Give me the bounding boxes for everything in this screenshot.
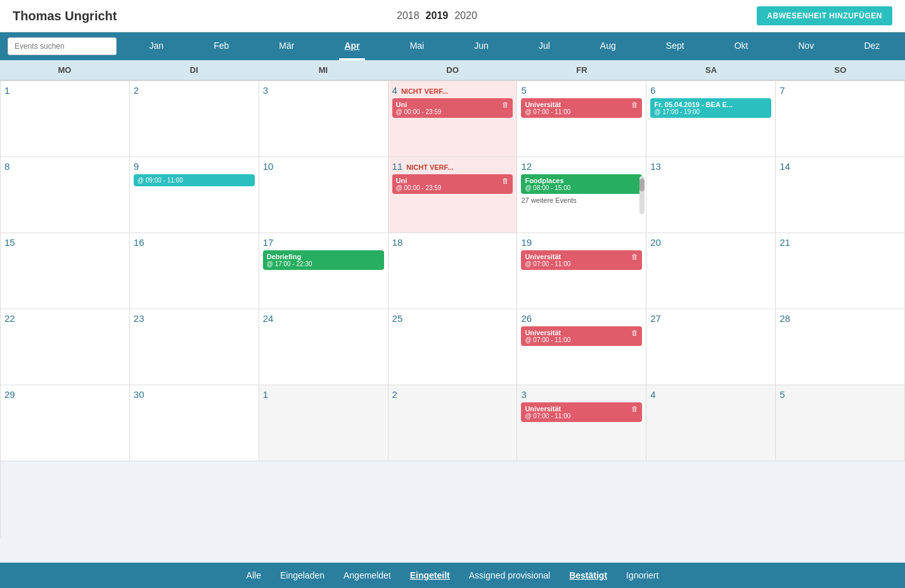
cell-apr-8: 8 <box>1 157 130 233</box>
month-nov[interactable]: Nov <box>793 33 819 60</box>
event-apr5-uni[interactable]: Universität 🗑 @ 07:00 - 11:00 <box>521 98 642 118</box>
cell-apr-21: 21 <box>776 233 905 309</box>
day-headers: MO DI MI DO FR SA SO <box>0 60 905 80</box>
month-dez[interactable]: Dez <box>859 33 885 60</box>
cell-apr-28: 28 <box>776 309 905 385</box>
cell-may-3: 3 Universität 🗑 @ 07:00 - 11:00 <box>517 385 646 461</box>
day-header-mi: MI <box>259 60 388 80</box>
cell-apr-20: 20 <box>646 233 776 309</box>
month-jun[interactable]: Jun <box>469 33 494 60</box>
cell-apr-13: 13 <box>646 157 776 233</box>
scroll-indicator[interactable] <box>639 176 645 214</box>
day-header-fr: FR <box>517 60 646 80</box>
cell-apr-26: 26 Universität 🗑 @ 07:00 - 11:00 <box>517 309 646 385</box>
month-mai[interactable]: Mai <box>405 33 430 60</box>
month-okt[interactable]: Okt <box>729 33 754 60</box>
cell-may-1: 1 <box>259 385 388 461</box>
cell-apr-30: 30 <box>130 385 259 461</box>
cell-apr-23: 23 <box>130 309 259 385</box>
cell-apr-11: 11 NICHT VERF... Uni 🗑 @ 00:00 - 23:59 <box>388 157 518 233</box>
add-absence-button[interactable]: ABWESENHEIT HINZUFÜGEN <box>757 6 892 25</box>
event-apr12-foodplaces[interactable]: Foodplaces @ 08:00 - 15:00 <box>521 174 642 194</box>
event-apr19-uni[interactable]: Universität 🗑 @ 07:00 - 11:00 <box>521 250 642 270</box>
delete-icon[interactable]: 🗑 <box>631 329 638 336</box>
event-apr9[interactable]: @ 09:00 - 11:00 <box>134 174 255 186</box>
cell-apr-29: 29 <box>1 385 130 461</box>
search-box <box>0 32 124 60</box>
more-events[interactable]: 27 weitere Events <box>521 196 642 204</box>
day-header-di: DI <box>129 60 259 80</box>
cell-apr-7: 7 <box>776 81 905 157</box>
event-apr11-uni[interactable]: Uni 🗑 @ 00:00 - 23:59 <box>392 174 513 194</box>
month-sep[interactable]: Sept <box>661 33 690 60</box>
day-header-sa: SA <box>646 60 776 80</box>
page-title: Thomas Ungricht <box>13 9 117 23</box>
delete-icon[interactable]: 🗑 <box>631 101 638 108</box>
month-apr[interactable]: Apr <box>339 33 364 60</box>
search-input[interactable] <box>8 37 117 55</box>
cell-apr-17: 17 Debriefing @ 17:00 - 22:30 <box>259 233 388 309</box>
cell-apr-1: 1 <box>1 81 130 157</box>
calendar-grid: 1 2 3 4 NICHT VERF... Uni 🗑 @ 00:00 - 23… <box>0 80 905 537</box>
cell-apr-25: 25 <box>388 309 518 385</box>
delete-icon[interactable]: 🗑 <box>502 101 509 108</box>
month-aug[interactable]: Aug <box>595 33 621 60</box>
month-mar[interactable]: Mär <box>274 33 299 60</box>
event-apr26-uni[interactable]: Universität 🗑 @ 07:00 - 11:00 <box>521 326 642 346</box>
cell-apr-12: 12 Foodplaces @ 08:00 - 15:00 27 weitere… <box>517 157 646 233</box>
day-header-mo: MO <box>0 60 129 80</box>
delete-icon[interactable]: 🗑 <box>631 405 638 412</box>
cell-apr-4: 4 NICHT VERF... Uni 🗑 @ 00:00 - 23:59 <box>388 81 518 157</box>
cell-apr-24: 24 <box>259 309 388 385</box>
month-nav: Jan Feb Mär Apr Mai Jun Jul Aug Sept Okt… <box>0 32 905 60</box>
month-jan[interactable]: Jan <box>144 33 169 60</box>
day-header-do: DO <box>388 60 517 80</box>
delete-icon[interactable]: 🗑 <box>631 253 638 260</box>
event-apr17-debriefing[interactable]: Debriefing @ 17:00 - 22:30 <box>263 250 384 270</box>
cell-apr-6: 6 Fr. 05.04.2019 - BEA E... @ 17:00 - 19… <box>646 81 776 157</box>
header: Thomas Ungricht 2018 2019 2020 ABWESENHE… <box>0 0 905 32</box>
cell-apr-10: 10 <box>259 157 388 233</box>
cell-apr-18: 18 <box>388 233 518 309</box>
day-header-so: SO <box>776 60 905 80</box>
month-feb[interactable]: Feb <box>209 33 234 60</box>
cell-apr-9: 9 @ 09:00 - 11:00 <box>130 157 259 233</box>
cell-may-4: 4 <box>646 385 776 461</box>
delete-icon[interactable]: 🗑 <box>502 177 509 184</box>
cell-may-2: 2 <box>388 385 518 461</box>
cell-apr-14: 14 <box>776 157 905 233</box>
cell-apr-3: 3 <box>259 81 388 157</box>
cell-apr-27: 27 <box>646 309 776 385</box>
cell-apr-19: 19 Universität 🗑 @ 07:00 - 11:00 <box>517 233 646 309</box>
cell-apr-22: 22 <box>1 309 130 385</box>
event-apr4-uni[interactable]: Uni 🗑 @ 00:00 - 23:59 <box>392 98 513 118</box>
year-2020[interactable]: 2020 <box>454 10 477 22</box>
cell-apr-5: 5 Universität 🗑 @ 07:00 - 11:00 <box>517 81 646 157</box>
year-2019[interactable]: 2019 <box>426 10 449 22</box>
event-apr6-bea[interactable]: Fr. 05.04.2019 - BEA E... @ 17:00 - 19:0… <box>650 98 771 118</box>
event-may3-uni[interactable]: Universität 🗑 @ 07:00 - 11:00 <box>521 402 642 422</box>
cell-apr-2: 2 <box>130 81 259 157</box>
year-selector: 2018 2019 2020 <box>397 10 477 22</box>
months-row: Jan Feb Mär Apr Mai Jun Jul Aug Sept Okt… <box>124 33 905 60</box>
cell-apr-15: 15 <box>1 233 130 309</box>
cell-may-5: 5 <box>776 385 905 461</box>
month-jul[interactable]: Jul <box>534 33 555 60</box>
cell-apr-16: 16 <box>130 233 259 309</box>
year-2018[interactable]: 2018 <box>397 10 420 22</box>
